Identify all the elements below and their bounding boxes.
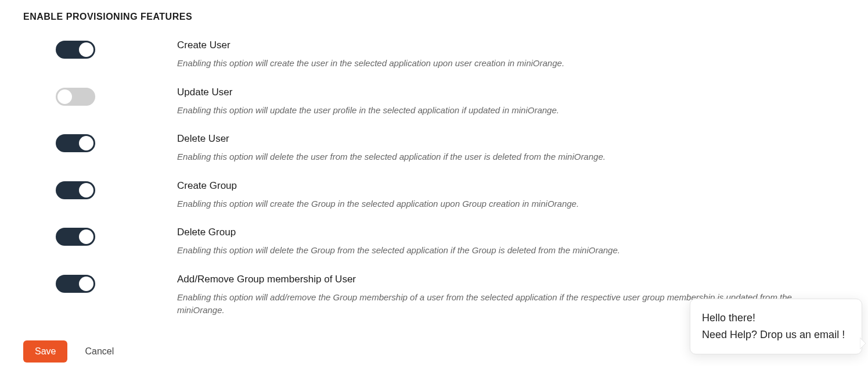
feature-desc-create-group: Enabling this option will create the Gro… [177,198,822,211]
section-title: ENABLE PROVISIONING FEATURES [23,12,845,22]
feature-row-create-group: Create Group Enabling this option will c… [23,180,845,211]
cancel-button[interactable]: Cancel [81,346,117,357]
feature-row-update-user: Update User Enabling this option will up… [23,87,845,117]
feature-row-create-user: Create User Enabling this option will cr… [23,40,845,70]
feature-title-update-user: Update User [177,87,845,98]
chat-popup[interactable]: Hello there! Need Help? Drop us an email… [690,299,862,354]
chat-arrow-icon [860,338,867,349]
toggle-delete-user[interactable] [56,134,95,152]
feature-title-delete-user: Delete User [177,133,845,145]
chat-line-2: Need Help? Drop us an email ! [702,326,850,343]
toggle-create-group[interactable] [56,181,95,199]
feature-title-create-group: Create Group [177,180,845,192]
feature-desc-delete-group: Enabling this option will delete the Gro… [177,244,822,257]
feature-row-delete-group: Delete Group Enabling this option will d… [23,227,845,257]
toggle-delete-group[interactable] [56,228,95,246]
feature-row-delete-user: Delete User Enabling this option will de… [23,133,845,164]
toggle-update-user[interactable] [56,88,95,106]
chat-line-1: Hello there! [702,310,850,326]
save-button[interactable]: Save [23,340,67,363]
feature-title-create-user: Create User [177,40,845,51]
features-list: Create User Enabling this option will cr… [23,40,845,317]
feature-desc-delete-user: Enabling this option will delete the use… [177,150,822,164]
feature-desc-create-user: Enabling this option will create the use… [177,57,822,70]
feature-desc-update-user: Enabling this option will update the use… [177,104,822,117]
feature-title-delete-group: Delete Group [177,227,845,238]
toggle-group-membership[interactable] [56,275,95,293]
feature-title-group-membership: Add/Remove Group membership of User [177,274,845,285]
toggle-create-user[interactable] [56,41,95,59]
